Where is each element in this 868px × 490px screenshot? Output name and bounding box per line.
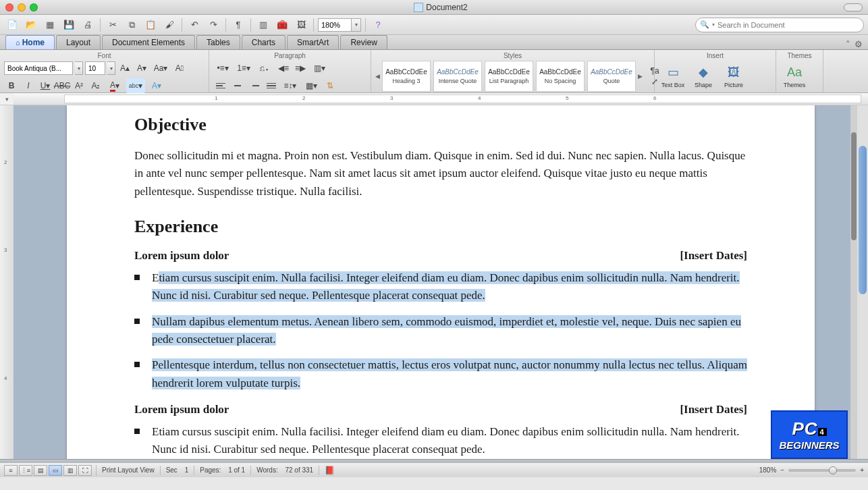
tab-charts[interactable]: Charts (242, 35, 286, 49)
themes-button[interactable]: AaThemes (780, 61, 809, 92)
align-left-button[interactable] (213, 78, 228, 93)
new-doc-button[interactable]: 📄 (4, 18, 20, 32)
save-button[interactable]: 💾 (61, 18, 77, 32)
document-page[interactable]: Objective Donec sollicitudin mi et magna… (67, 105, 815, 459)
shape-button[interactable]: ◆Shape (689, 61, 717, 92)
redo-button[interactable]: ↷ (205, 18, 221, 32)
job1-header: Lorem ipsum dolor [Insert Dates] (134, 249, 747, 263)
tab-review[interactable]: Review (340, 35, 387, 49)
zoom-combo[interactable]: 180% (318, 18, 352, 32)
scrollbar-thumb[interactable] (859, 146, 867, 294)
picture-button[interactable]: 🖼Picture (720, 61, 748, 92)
sidebar-toggle-button[interactable]: ▥ (255, 18, 271, 32)
section-label: Sec (166, 466, 178, 474)
zoom-dropdown[interactable]: ▾ (352, 18, 361, 32)
toolbox-button[interactable]: 🧰 (274, 18, 290, 32)
document-scroll[interactable]: Objective Donec sollicitudin mi et magna… (13, 105, 868, 459)
cut-button[interactable]: ✂ (105, 18, 121, 32)
help-button[interactable]: ? (370, 18, 386, 32)
undo-button[interactable]: ↶ (186, 18, 202, 32)
zoom-slider[interactable] (788, 469, 856, 472)
sort-button[interactable]: ⇅ (323, 78, 337, 93)
superscript-button[interactable]: A² (72, 78, 86, 93)
font-name-combo[interactable]: Book Antiqua (B... (4, 61, 73, 75)
zoom-slider-thumb[interactable] (829, 466, 837, 474)
tab-tables[interactable]: Tables (196, 35, 240, 49)
media-browser-button[interactable]: 🖼 (293, 18, 309, 32)
align-center-button[interactable] (230, 78, 245, 93)
font-color-button[interactable]: A▾ (105, 78, 124, 93)
pilcrow-button[interactable]: ¶ (230, 18, 246, 32)
style-list-paragraph[interactable]: AaBbCcDdEeList Paragraph (485, 61, 533, 92)
textbox-button[interactable]: ▭Text Box (659, 61, 687, 92)
notebook-view-button[interactable]: ▥ (63, 465, 77, 476)
shading-button[interactable]: ▦▾ (302, 78, 321, 93)
highlight-button[interactable]: abc▾ (126, 78, 145, 93)
strikethrough-button[interactable]: ABC (55, 78, 70, 93)
zoom-out-button[interactable]: − (780, 466, 784, 474)
style-no-spacing[interactable]: AaBbCcDdEeNo Spacing (536, 61, 585, 92)
line-spacing-button[interactable]: ≡↕▾ (281, 78, 300, 93)
vertical-scrollbar[interactable] (857, 105, 868, 459)
scrollbar-thumb[interactable] (851, 132, 857, 240)
search-icon: 🔍 (700, 20, 709, 29)
style-quote[interactable]: AaBbCcDdEeQuote (587, 61, 636, 92)
styles-next-button[interactable]: ▶ (638, 61, 643, 92)
horizontal-ruler[interactable]: 1 2 3 4 5 6 (13, 93, 868, 105)
style-intense-quote[interactable]: AaBbCcDdEeIntense Quote (433, 61, 482, 92)
columns-button[interactable]: ▥▾ (310, 61, 329, 76)
template-button[interactable]: ▦ (42, 18, 58, 32)
search-dropdown-icon[interactable]: ▾ (712, 22, 715, 28)
bold-button[interactable]: B (4, 78, 19, 93)
draft-view-button[interactable]: ≡ (4, 465, 18, 476)
fullscreen-view-button[interactable]: ⛶ (78, 465, 92, 476)
inner-scrollbar[interactable] (850, 105, 857, 459)
numbering-button[interactable]: 1≡▾ (234, 61, 253, 76)
styles-prev-button[interactable]: ◀ (375, 61, 380, 92)
close-button[interactable] (5, 3, 13, 11)
multilevel-button[interactable]: ⎌▾ (255, 61, 274, 76)
status-zoom-value[interactable]: 180% (759, 466, 777, 474)
align-right-button[interactable] (247, 78, 262, 93)
font-name-dropdown[interactable]: ▾ (75, 61, 83, 75)
ruler-corner[interactable]: ▾ (0, 93, 13, 105)
style-heading3[interactable]: AaBbCcDdEeHeading 3 (382, 61, 431, 92)
settings-gear-icon[interactable]: ⚙ (855, 39, 863, 49)
outline-view-button[interactable]: ⋮≡ (19, 465, 32, 476)
increase-indent-button[interactable]: ≡▶ (293, 61, 308, 76)
paste-button[interactable]: 📋 (142, 18, 159, 32)
tab-layout[interactable]: Layout (56, 35, 101, 49)
search-box[interactable]: 🔍 ▾ (695, 18, 864, 32)
search-input[interactable] (717, 21, 859, 29)
publishing-view-button[interactable]: ▤ (34, 465, 47, 476)
grow-font-button[interactable]: A▴ (117, 61, 132, 76)
clear-formatting-button[interactable]: A⃠ (172, 61, 187, 76)
justify-button[interactable] (264, 78, 279, 93)
tab-document-elements[interactable]: Document Elements (102, 35, 195, 49)
decrease-indent-button[interactable]: ◀≡ (276, 61, 291, 76)
collapse-ribbon-button[interactable]: ˄ (846, 39, 850, 49)
format-painter-button[interactable]: 🖌 (161, 18, 178, 32)
print-layout-view-button[interactable]: ▭ (49, 465, 62, 476)
change-case-button[interactable]: Aa▾ (151, 61, 170, 76)
titlebar-pill[interactable] (844, 3, 863, 11)
open-button[interactable]: 📂 (23, 18, 39, 32)
copy-button[interactable]: ⧉ (124, 18, 140, 32)
maximize-button[interactable] (30, 3, 38, 11)
minimize-button[interactable] (18, 3, 26, 11)
font-size-dropdown[interactable]: ▾ (107, 61, 115, 75)
underline-button[interactable]: U▾ (38, 78, 53, 93)
text-effects-button[interactable]: A▾ (147, 78, 166, 93)
tab-home[interactable]: ⌂Home (5, 35, 55, 49)
bullet-icon (134, 319, 140, 324)
zoom-in-button[interactable]: + (860, 466, 864, 474)
italic-button[interactable]: I (21, 78, 36, 93)
bullets-button[interactable]: •≡▾ (213, 61, 232, 76)
shrink-font-button[interactable]: A▾ (134, 61, 149, 76)
tab-smartart[interactable]: SmartArt (287, 35, 339, 49)
font-size-combo[interactable]: 10 (85, 61, 105, 75)
print-button[interactable]: 🖨 (80, 18, 96, 32)
vertical-ruler[interactable]: 2 3 4 (0, 105, 13, 459)
spellcheck-icon[interactable]: 📕 (325, 466, 335, 475)
subscript-button[interactable]: A₂ (88, 78, 103, 93)
